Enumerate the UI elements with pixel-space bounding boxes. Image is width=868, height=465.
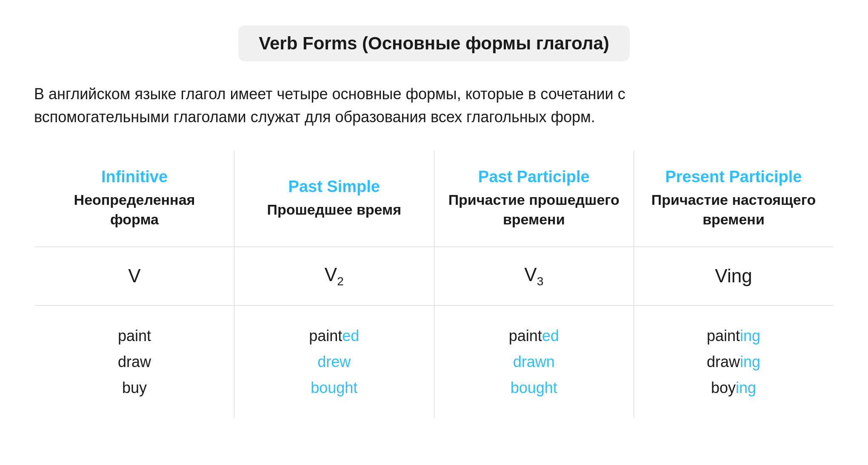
page-container: Verb Forms (Основные формы глагола) В ан…: [34, 26, 834, 419]
examples-infinitive: paintdrawbuy: [34, 305, 234, 418]
header-present-participle-blue: Present Participle: [647, 168, 820, 186]
examples-past-simple: painted drew bought: [234, 305, 434, 418]
header-past-participle-black: Причастие прошедшего времени: [447, 190, 621, 230]
examples-past-participle: painted drawn bought: [434, 305, 634, 418]
formula-v2: V2: [234, 247, 434, 305]
formula-v: V: [34, 247, 234, 305]
header-past-participle: Past Participle Причастие прошедшего вре…: [434, 150, 634, 247]
header-infinitive: Infinitive Неопределенная форма: [34, 150, 234, 247]
header-past-participle-blue: Past Participle: [447, 168, 621, 186]
header-past-simple-black: Прошедшее время: [247, 200, 421, 220]
page-description: В английском языке глагол имеет четыре о…: [34, 83, 834, 129]
formula-v3: V3: [434, 247, 634, 305]
header-present-participle-black: Причастие настоящего времени: [647, 190, 820, 230]
header-present-participle: Present Participle Причастие настоящего …: [634, 150, 834, 247]
table-header-row: Infinitive Неопределенная форма Past Sim…: [34, 150, 834, 247]
verb-forms-table: Infinitive Неопределенная форма Past Sim…: [34, 150, 834, 419]
table-formula-row: V V2 V3 Ving: [34, 247, 834, 305]
header-infinitive-blue: Infinitive: [48, 168, 221, 186]
formula-ving: Ving: [634, 247, 834, 305]
header-infinitive-black: Неопределенная форма: [48, 190, 221, 230]
examples-present-participle: painting drawing boying: [634, 305, 834, 418]
title-badge: Verb Forms (Основные формы глагола): [238, 26, 630, 61]
page-title: Verb Forms (Основные формы глагола): [259, 33, 609, 54]
header-past-simple-blue: Past Simple: [247, 178, 421, 196]
table-examples-row: paintdrawbuy painted drew bought painted…: [34, 305, 834, 418]
header-past-simple: Past Simple Прошедшее время: [234, 150, 434, 247]
